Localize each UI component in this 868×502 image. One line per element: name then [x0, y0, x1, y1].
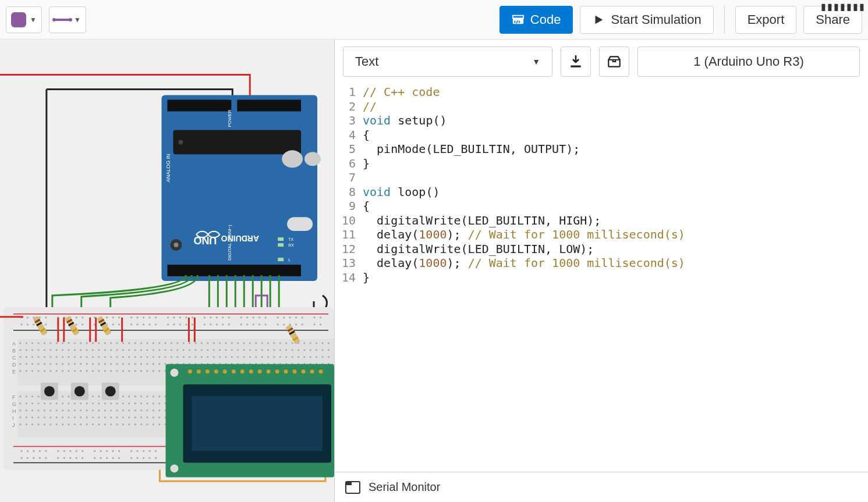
- svg-point-231: [153, 342, 154, 344]
- svg-point-368: [37, 363, 39, 365]
- svg-point-100: [143, 323, 144, 325]
- line-gutter: 1234567891011121314: [335, 85, 363, 502]
- svg-point-590: [122, 410, 124, 411]
- wire-style-dropdown[interactable]: ▼: [49, 6, 86, 33]
- download-code-button[interactable]: [561, 47, 591, 77]
- svg-point-679: [31, 423, 33, 425]
- svg-text:H: H: [12, 408, 16, 414]
- svg-point-491: [153, 396, 154, 397]
- svg-point-109: [210, 323, 211, 325]
- svg-point-215: [56, 342, 58, 344]
- svg-point-326: [98, 356, 100, 358]
- chevron-down-icon: ▼: [30, 16, 37, 24]
- svg-text:B: B: [12, 348, 16, 354]
- svg-point-237: [189, 342, 190, 344]
- svg-point-294: [219, 349, 221, 351]
- svg-text:D: D: [12, 362, 16, 368]
- start-simulation-button[interactable]: Start Simulation: [580, 6, 713, 34]
- svg-point-472: [37, 396, 39, 397]
- wire-icon: [54, 19, 70, 21]
- svg-point-488: [134, 396, 136, 397]
- svg-point-470: [26, 396, 27, 397]
- circuit-drawing: ARDUINO UNO ANALOG IN POWER DIGITAL (PWM…: [0, 40, 334, 502]
- svg-point-353: [261, 356, 263, 358]
- svg-point-583: [80, 410, 82, 411]
- svg-point-288: [183, 349, 185, 351]
- svg-point-578: [49, 410, 51, 411]
- svg-point-219: [80, 342, 82, 344]
- svg-point-250: [267, 342, 269, 344]
- code-editor[interactable]: 1234567891011121314 // C++ code//void se…: [335, 81, 868, 502]
- svg-point-335: [153, 356, 154, 358]
- serial-monitor-bar[interactable]: Serial Monitor: [335, 472, 868, 502]
- svg-point-210: [26, 342, 27, 344]
- svg-point-439: [153, 370, 154, 372]
- svg-point-377: [92, 363, 94, 365]
- svg-point-173: [63, 457, 65, 459]
- circuit-canvas[interactable]: ARDUINO UNO ANALOG IN POWER DIGITAL (PWM…: [0, 40, 335, 502]
- code-toggle-button[interactable]: Code: [499, 6, 573, 34]
- svg-point-258: [316, 342, 317, 344]
- svg-point-224: [110, 342, 112, 344]
- svg-point-535: [104, 403, 106, 404]
- svg-point-238: [194, 342, 196, 344]
- svg-point-246: [243, 342, 245, 344]
- svg-point-63: [179, 316, 181, 318]
- svg-point-77: [283, 316, 285, 318]
- svg-point-106: [185, 323, 187, 325]
- code-mode-dropdown[interactable]: Text ▼: [343, 47, 552, 77]
- svg-point-591: [128, 410, 130, 411]
- svg-point-492: [158, 396, 160, 397]
- svg-point-285: [165, 349, 166, 351]
- svg-point-580: [62, 410, 63, 411]
- svg-text:L: L: [288, 258, 290, 262]
- svg-text:J: J: [12, 422, 15, 428]
- svg-point-486: [122, 396, 124, 397]
- svg-point-351: [249, 356, 251, 358]
- svg-point-122: [301, 323, 303, 325]
- svg-point-314: [26, 356, 27, 358]
- svg-point-60: [155, 316, 157, 318]
- svg-point-253: [285, 342, 287, 344]
- svg-point-421: [44, 370, 45, 372]
- svg-point-7: [178, 140, 183, 144]
- libraries-button[interactable]: [599, 47, 629, 77]
- code-button-label: Code: [530, 12, 561, 27]
- board-dropdown[interactable]: 1 (Arduino Uno R3): [637, 47, 860, 77]
- component-color-dropdown[interactable]: ▼: [6, 6, 42, 33]
- svg-point-760: [170, 464, 178, 472]
- svg-point-262: [26, 349, 27, 351]
- svg-point-111: [222, 323, 224, 325]
- svg-point-767: [232, 369, 236, 373]
- svg-point-213: [44, 342, 45, 344]
- svg-point-637: [92, 416, 94, 418]
- svg-point-573: [19, 410, 21, 411]
- svg-point-50: [82, 316, 83, 318]
- export-button[interactable]: Export: [735, 6, 797, 34]
- svg-point-386: [146, 363, 148, 365]
- svg-point-773: [284, 369, 288, 373]
- svg-point-321: [68, 356, 69, 358]
- svg-point-236: [183, 342, 185, 344]
- svg-point-69: [222, 316, 224, 318]
- svg-point-594: [146, 410, 148, 411]
- svg-point-301: [261, 349, 263, 351]
- svg-point-540: [134, 403, 136, 404]
- svg-point-373: [68, 363, 69, 365]
- svg-point-387: [153, 363, 154, 365]
- svg-text:I: I: [12, 415, 14, 421]
- svg-point-123: [313, 323, 315, 325]
- svg-point-81: [313, 316, 315, 318]
- svg-point-339: [176, 356, 178, 358]
- svg-point-381: [116, 363, 118, 365]
- svg-point-308: [303, 349, 305, 351]
- svg-point-248: [255, 342, 257, 344]
- svg-point-214: [49, 342, 51, 344]
- svg-point-296: [231, 349, 233, 351]
- svg-point-316: [37, 356, 39, 358]
- svg-point-281: [140, 349, 142, 351]
- svg-point-419: [31, 370, 33, 372]
- svg-point-180: [112, 457, 114, 459]
- svg-point-45: [45, 316, 47, 318]
- svg-point-334: [146, 356, 148, 358]
